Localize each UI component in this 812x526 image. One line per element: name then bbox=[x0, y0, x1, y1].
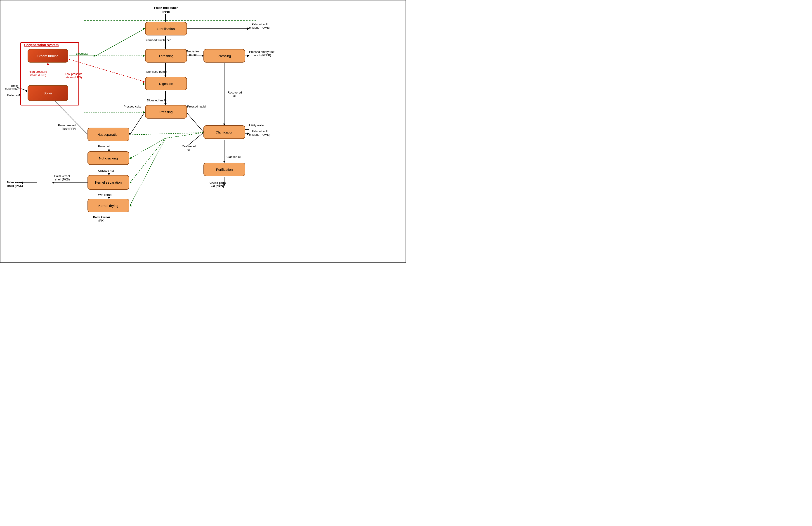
threshing-label: Threshing bbox=[158, 54, 174, 58]
cogen-title-label: Cogeneration system bbox=[24, 43, 59, 47]
kernel-drying-box: Kernel drying bbox=[87, 199, 129, 212]
pressing1-label: Pressing bbox=[218, 54, 231, 58]
svg-marker-4 bbox=[164, 47, 166, 49]
clarification-box: Clarification bbox=[203, 125, 245, 139]
svg-marker-61 bbox=[143, 111, 145, 114]
sterilisation-box: Sterilisation bbox=[145, 22, 187, 35]
threshing-box: Threshing bbox=[145, 49, 187, 63]
sterilisation-label: Sterilisation bbox=[157, 27, 175, 31]
nut-separation-label: Nut separation bbox=[98, 133, 120, 136]
purification-box: Purification bbox=[203, 163, 245, 176]
steam-turbine-label: Steam turbine bbox=[37, 54, 58, 58]
pressing1-box: Pressing bbox=[203, 49, 245, 63]
svg-marker-68 bbox=[129, 181, 132, 183]
svg-line-65 bbox=[130, 138, 165, 159]
boiler-feed-water-label: Boilerfeed water bbox=[5, 84, 19, 91]
cracked-nut-label: Cracked nut bbox=[98, 169, 114, 172]
recovered-oil2-label: Recoveredoil bbox=[182, 145, 196, 151]
recovered-oil1-label: Recoveredoil bbox=[228, 91, 242, 97]
flow-arrows bbox=[0, 0, 406, 262]
nut-separation-box: Nut separation bbox=[87, 127, 129, 141]
pressed-liquid-label: Pressed liquid bbox=[187, 105, 206, 108]
pefb-label: Pressed empty fruitbunch (PEFB) bbox=[249, 50, 274, 57]
pome1-label: Palm oil milleffluent (POME) bbox=[249, 22, 270, 29]
kernel-drying-label: Kernel drying bbox=[98, 204, 118, 208]
svg-marker-70 bbox=[129, 204, 132, 207]
palm-kernel-label: Palm kernel(PK) bbox=[93, 215, 110, 222]
svg-line-52 bbox=[96, 29, 145, 56]
palm-pressed-fibre-label: Palm pressedfibre (PPF) bbox=[58, 123, 76, 130]
digestion-label: Digestion bbox=[159, 82, 173, 86]
svg-marker-66 bbox=[129, 157, 132, 159]
svg-line-67 bbox=[130, 138, 165, 183]
svg-marker-2 bbox=[164, 20, 166, 22]
ffb-label: Fresh fruit bunch(FFB) bbox=[154, 6, 178, 14]
lps-label: Low pressuresteam (LPS) bbox=[65, 72, 83, 79]
pressed-cake-label: Pressed cake bbox=[124, 105, 142, 108]
boiler-label: Boiler bbox=[44, 91, 52, 95]
kernel-separation-label: Kernel separation bbox=[95, 180, 122, 184]
palm-kernel-shell-left-label: Palm kernelshell (PKS) bbox=[54, 174, 70, 181]
pressing2-label: Pressing bbox=[159, 110, 173, 114]
svg-line-9 bbox=[130, 112, 145, 135]
hps-label: High pressuresteam (HPS) bbox=[29, 70, 47, 77]
svg-line-71 bbox=[165, 133, 203, 138]
svg-marker-55 bbox=[143, 81, 145, 83]
purification-label: Purification bbox=[216, 168, 233, 171]
electricity-label: Electricity bbox=[75, 52, 88, 55]
sterilised-fruitlet-label: Sterilised fruitlet bbox=[146, 70, 167, 73]
sterilised-fruit-bunch-label: Sterilised fruit bunch bbox=[145, 39, 171, 42]
clarification-label: Clarification bbox=[215, 130, 233, 134]
palm-nut-label: Palm nut bbox=[98, 145, 110, 148]
svg-marker-41 bbox=[52, 182, 54, 184]
empty-fruit-bunch-label: Empty fruitbunch bbox=[186, 50, 200, 57]
nut-cracking-box: Nut cracking bbox=[87, 151, 129, 165]
clarified-oil-label: Clarified oil bbox=[227, 155, 241, 159]
kernel-separation-box: Kernel separation bbox=[87, 175, 129, 190]
svg-marker-59 bbox=[143, 83, 145, 85]
pressing2-box: Pressing bbox=[145, 105, 187, 119]
svg-line-64 bbox=[130, 133, 203, 135]
diagram-container: Cogeneration system Steam turbine Boiler… bbox=[0, 0, 406, 263]
svg-line-21 bbox=[186, 112, 204, 133]
digested-fruitlet-label: Digested fruitlet bbox=[147, 99, 167, 102]
boiler-ash-label: Boiler ash bbox=[7, 93, 20, 97]
pome2-label: Palm oil milleffluent (POME) bbox=[249, 130, 270, 136]
palm-kernel-shell-out-label: Palm kernelshell (PKS) bbox=[7, 181, 23, 187]
svg-marker-57 bbox=[143, 55, 145, 57]
svg-marker-51 bbox=[93, 55, 96, 57]
crude-palm-oil-label: Crude palmoil (CPO) bbox=[209, 181, 226, 188]
wet-kernel-label: Wet kernel bbox=[98, 193, 112, 196]
digestion-box: Digestion bbox=[145, 77, 187, 90]
steam-turbine-box: Steam turbine bbox=[28, 49, 68, 63]
svg-marker-53 bbox=[143, 28, 145, 30]
utility-water-label: Utility water bbox=[249, 123, 264, 127]
nut-cracking-label: Nut cracking bbox=[99, 156, 118, 160]
boiler-box: Boiler bbox=[28, 85, 68, 101]
svg-line-69 bbox=[130, 138, 165, 206]
